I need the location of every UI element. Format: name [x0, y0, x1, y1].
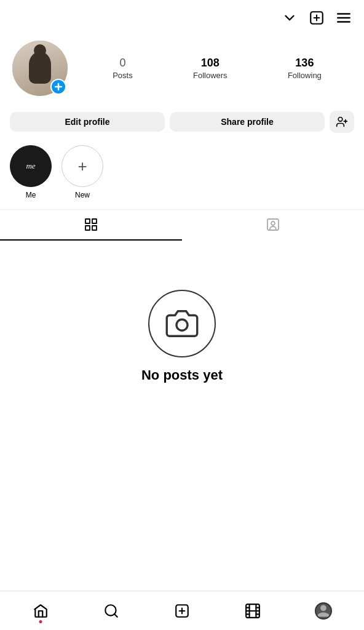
tabs-bar: [0, 209, 364, 241]
menu-icon[interactable]: [336, 10, 352, 28]
tab-tagged[interactable]: [182, 210, 364, 241]
nav-home[interactable]: [23, 596, 58, 626]
story-new[interactable]: + New: [61, 145, 103, 199]
stories-section: me Me + New: [0, 138, 364, 204]
svg-point-17: [271, 221, 275, 225]
svg-point-18: [176, 319, 188, 330]
nav-search[interactable]: [94, 596, 129, 626]
camera-circle: [148, 290, 216, 357]
top-bar: [0, 0, 364, 33]
posts-count: 0: [119, 57, 125, 70]
story-new-circle: +: [61, 145, 103, 187]
svg-line-20: [114, 614, 117, 617]
chevron-down-icon[interactable]: [282, 10, 298, 28]
nav-profile[interactable]: [306, 596, 341, 626]
action-buttons: Edit profile Share profile: [0, 106, 364, 138]
nav-add-post[interactable]: [165, 596, 199, 626]
no-posts-title: No posts yet: [141, 367, 223, 383]
edit-profile-button[interactable]: Edit profile: [10, 112, 165, 132]
stat-following[interactable]: 136 Following: [288, 57, 322, 81]
svg-rect-12: [85, 219, 90, 223]
story-new-plus: +: [77, 158, 87, 174]
home-active-dot: [39, 620, 42, 623]
svg-rect-13: [92, 219, 97, 223]
posts-label: Posts: [113, 71, 133, 80]
story-me[interactable]: me Me: [10, 145, 52, 199]
followers-label: Followers: [193, 71, 228, 80]
profile-section: 0 Posts 108 Followers 136 Following: [0, 33, 364, 106]
profile-avatar-nav: [315, 602, 332, 620]
new-post-icon[interactable]: [309, 10, 325, 28]
followers-count: 108: [201, 57, 220, 70]
add-friend-button[interactable]: [330, 111, 354, 133]
following-label: Following: [288, 71, 322, 80]
add-story-button[interactable]: [50, 79, 66, 95]
empty-state: No posts yet: [0, 241, 364, 408]
stats-row: 0 Posts 108 Followers 136 Following: [82, 57, 352, 81]
share-profile-button[interactable]: Share profile: [170, 112, 325, 132]
stat-followers[interactable]: 108 Followers: [193, 57, 228, 81]
following-count: 136: [295, 57, 314, 70]
stat-posts[interactable]: 0 Posts: [113, 57, 133, 81]
tab-grid[interactable]: [0, 210, 182, 241]
svg-rect-15: [92, 226, 97, 230]
story-me-circle: me: [10, 145, 52, 187]
bottom-nav: [0, 591, 364, 630]
story-new-label: New: [75, 191, 90, 199]
nav-reels[interactable]: [235, 596, 270, 626]
svg-rect-14: [85, 226, 90, 230]
svg-rect-16: [267, 219, 279, 230]
story-me-label: Me: [26, 191, 36, 199]
story-me-text: me: [26, 161, 35, 171]
svg-point-9: [338, 118, 342, 122]
avatar-wrapper[interactable]: [12, 41, 68, 96]
